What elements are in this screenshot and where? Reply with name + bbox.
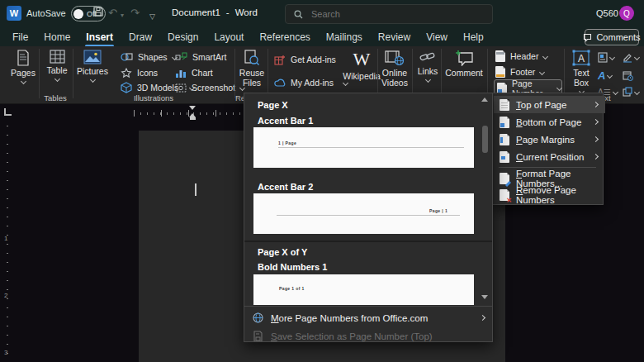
link-icon [419, 50, 436, 64]
quick-parts-icon [598, 52, 608, 63]
gallery-section-header: Page X [258, 100, 288, 110]
pictures-button[interactable]: Pictures [77, 50, 108, 82]
group-separator [234, 49, 235, 98]
tab-view[interactable]: View [425, 30, 448, 45]
chevron-down-icon [424, 77, 430, 83]
menu-item-remove-page-numbers[interactable]: Remove Page Numbers [494, 186, 605, 203]
submenu-arrow-icon [480, 315, 485, 321]
first-line-indent-marker[interactable] [189, 106, 196, 110]
menu-item-top-of-page[interactable]: Top of Page [494, 96, 605, 113]
group-separator [377, 49, 378, 98]
left-indent-marker[interactable] [190, 117, 196, 120]
smartart-icon [175, 52, 187, 63]
shapes-button[interactable]: Shapes [121, 50, 177, 64]
scroll-up-icon[interactable] [481, 98, 488, 102]
gallery-item-name: Accent Bar 1 [258, 116, 313, 126]
title-bar: W AutoSave Off ↶ ▾ ↷ ▽ Document1 - Word … [0, 0, 644, 27]
tab-insert[interactable]: Insert [85, 30, 114, 45]
table-button[interactable]: Table [43, 50, 71, 81]
object-icon [623, 87, 632, 97]
more-page-numbers-item[interactable]: More Page Numbers from Office.com [246, 309, 492, 326]
tab-draw[interactable]: Draw [128, 30, 153, 45]
scrollbar-thumb[interactable] [482, 126, 488, 153]
wordart-icon: A [598, 70, 605, 81]
globe-icon [253, 312, 263, 323]
avatar[interactable]: Q [619, 6, 634, 21]
quick-parts-button[interactable] [598, 50, 614, 64]
online-videos-button[interactable]: Online Videos [380, 50, 410, 88]
signature-pen-icon [623, 52, 632, 63]
my-add-ins-button[interactable]: My Add-ins [274, 76, 348, 89]
scroll-down-icon[interactable] [481, 295, 488, 299]
chart-button[interactable]: Chart [175, 66, 213, 79]
undo-dropdown-icon[interactable]: ▾ [121, 9, 124, 22]
page-number-menu: Top of Page Bottom of Page Page Margins … [491, 93, 604, 205]
date-time-button[interactable] [623, 69, 633, 82]
gallery-item-name: Bold Numbers 1 [258, 262, 327, 272]
app-name: Word [235, 7, 258, 17]
reuse-files-button[interactable]: Reuse Files [238, 50, 266, 88]
links-button[interactable]: Links [414, 50, 441, 82]
group-separator [441, 49, 442, 98]
undo-icon[interactable]: ↶ [108, 7, 117, 20]
wikipedia-w-icon: W [353, 50, 371, 69]
account-id: Q560 [596, 8, 618, 18]
search-icon [294, 10, 303, 19]
footer-button[interactable]: Footer [495, 65, 544, 79]
group-label-tables: Tables [33, 93, 78, 102]
pages-button[interactable]: Pages [10, 50, 36, 83]
icons-button[interactable]: Icons [121, 66, 158, 79]
menu-item-page-margins[interactable]: Page Margins [494, 131, 605, 148]
tab-review[interactable]: Review [377, 30, 411, 45]
tab-design[interactable]: Design [167, 30, 199, 45]
tab-help[interactable]: Help [462, 30, 485, 45]
tab-home[interactable]: Home [43, 30, 71, 45]
tab-references[interactable]: References [258, 30, 310, 45]
object-button[interactable] [623, 85, 639, 98]
tab-mailings[interactable]: Mailings [325, 30, 363, 45]
gallery-item-accent-bar-1[interactable]: 1 | Page [253, 127, 474, 168]
menu-item-current-position[interactable]: Current Position [494, 148, 605, 165]
tab-layout[interactable]: Layout [213, 30, 244, 45]
chevron-down-icon [634, 88, 640, 94]
submenu-arrow-icon [593, 102, 599, 107]
pages-icon [17, 50, 30, 66]
submenu-arrow-icon [593, 119, 599, 125]
word-logo-icon[interactable]: W [7, 6, 21, 21]
wikipedia-button[interactable]: W Wikipedia [343, 50, 381, 81]
my-add-ins-icon [274, 79, 286, 88]
vruler-number: 3 [4, 349, 7, 356]
table-icon [50, 50, 65, 64]
gallery-section-divider [244, 241, 492, 242]
gallery-item-bold-numbers-1[interactable]: Page 1 of 1 [253, 274, 474, 305]
smartart-button[interactable]: SmartArt [175, 50, 226, 64]
group-separator [564, 49, 565, 98]
chart-icon [175, 68, 187, 79]
menu-item-bottom-of-page[interactable]: Bottom of Page [494, 113, 605, 131]
online-video-icon [385, 50, 405, 66]
screenshot-icon [175, 83, 187, 93]
tab-selector[interactable] [4, 108, 12, 116]
title-separator: - [226, 7, 230, 17]
gallery-item-accent-bar-2[interactable]: Page | 1 [253, 193, 474, 234]
page-margins-icon [500, 134, 509, 145]
tab-file[interactable]: File [12, 30, 29, 45]
preview-rule [277, 215, 460, 216]
chevron-down-icon [54, 76, 59, 82]
comments-button[interactable]: Comments [585, 29, 639, 45]
save-icon[interactable] [92, 6, 104, 17]
header-button[interactable]: Header [495, 50, 547, 63]
get-add-ins-button[interactable]: Get Add-ins [274, 53, 336, 66]
signature-line-button[interactable] [623, 50, 639, 64]
group-label-illustrations: Illustrations [124, 93, 183, 102]
header-icon [495, 50, 505, 62]
wordart-button[interactable]: A [598, 69, 612, 82]
search-box[interactable] [285, 4, 493, 24]
search-input[interactable] [310, 8, 462, 20]
new-comment-button[interactable]: Comment [444, 50, 484, 78]
quick-access-overflow-icon[interactable]: ▽ [149, 10, 155, 23]
chevron-down-icon [609, 54, 615, 60]
text-box-button[interactable]: A Text Box [567, 50, 595, 93]
toggle-knob-icon [73, 9, 83, 19]
redo-icon[interactable]: ↷ [130, 7, 140, 20]
